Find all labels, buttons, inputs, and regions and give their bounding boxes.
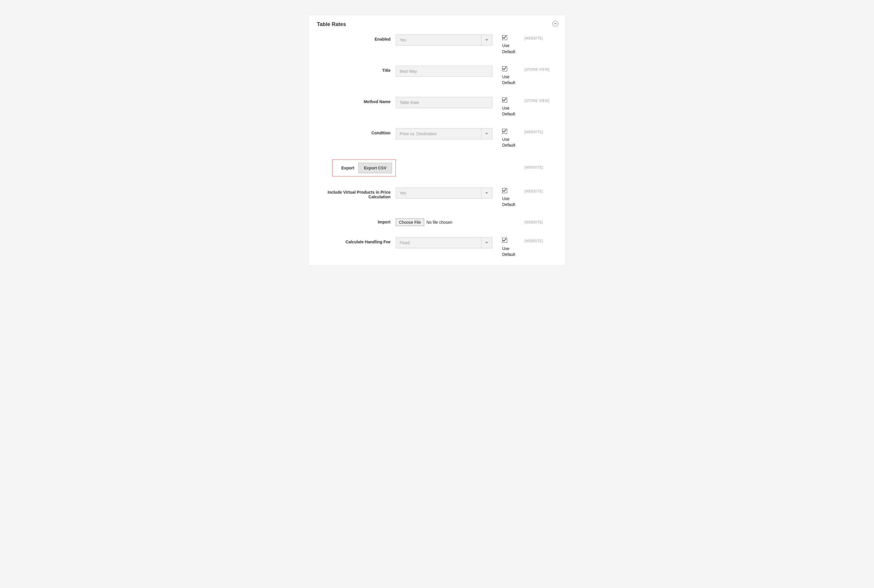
handling-fee-use-default-checkbox[interactable]	[502, 238, 507, 243]
chevron-up-icon	[554, 22, 557, 25]
caret-down-icon	[481, 35, 492, 45]
row-method-name: Method Name Table Rate Use Default [STOR…	[317, 97, 557, 117]
label-enabled: Enabled	[317, 34, 396, 42]
include-virtual-use-default-checkbox[interactable]	[502, 188, 507, 193]
use-default-label: Use Default	[502, 43, 519, 55]
label-include-virtual: Include Virtual Products in Price Calcul…	[317, 188, 396, 199]
use-default-label: Use Default	[502, 74, 519, 86]
row-condition: Condition Price vs. Destination Use Defa…	[317, 128, 557, 148]
svg-marker-0	[485, 39, 488, 41]
label-method-name: Method Name	[317, 97, 396, 104]
method-name-scope: [STORE VIEW]	[519, 97, 557, 103]
collapse-button[interactable]	[552, 21, 558, 27]
caret-down-icon	[481, 129, 492, 139]
row-title: Title Best Way Use Default [STORE VIEW]	[317, 66, 557, 86]
enabled-select-value: Yes	[400, 38, 489, 42]
label-title: Title	[317, 66, 396, 73]
label-condition: Condition	[317, 128, 396, 135]
row-import: Import Choose File No file chosen [WEBSI…	[317, 219, 557, 226]
import-choose-file-button[interactable]: Choose File	[396, 219, 424, 226]
method-name-input[interactable]: Table Rate	[396, 97, 492, 108]
condition-select-value: Price vs. Destination	[400, 132, 489, 136]
handling-fee-select[interactable]: Fixed	[396, 237, 492, 248]
include-virtual-select-value: Yes	[400, 191, 489, 195]
export-highlight-box: Export Export CSV	[332, 159, 396, 176]
handling-fee-scope: [WEBSITE]	[519, 237, 557, 243]
use-default-label: Use Default	[502, 136, 519, 148]
svg-marker-1	[485, 133, 488, 135]
row-export: Export Export CSV [WEBSITE]	[317, 159, 557, 176]
condition-use-default-checkbox[interactable]	[502, 129, 507, 134]
method-name-use-default-checkbox[interactable]	[502, 98, 507, 102]
title-input[interactable]: Best Way	[396, 66, 492, 77]
enabled-scope: [WEBSITE]	[519, 34, 557, 40]
condition-select[interactable]: Price vs. Destination	[396, 128, 492, 140]
use-default-label: Use Default	[502, 246, 519, 258]
label-export: Export	[341, 166, 358, 170]
enabled-use-default-checkbox[interactable]	[502, 35, 507, 40]
title-input-value: Best Way	[400, 69, 417, 74]
label-handling-fee: Calculate Handling Fee	[317, 237, 396, 244]
condition-scope: [WEBSITE]	[519, 128, 557, 134]
row-enabled: Enabled Yes Use Default [WEBSITE]	[317, 34, 557, 55]
import-scope: [WEBSITE]	[519, 219, 557, 224]
table-rates-panel: Table Rates Enabled Yes Use Default [WEB…	[308, 15, 566, 266]
caret-down-icon	[481, 237, 492, 248]
include-virtual-scope: [WEBSITE]	[519, 188, 557, 194]
row-handling-fee: Calculate Handling Fee Fixed Use Default…	[317, 237, 557, 257]
import-file-status: No file chosen	[426, 220, 453, 225]
svg-marker-2	[485, 192, 488, 194]
label-import: Import	[317, 219, 396, 224]
method-name-input-value: Table Rate	[400, 100, 419, 105]
handling-fee-select-value: Fixed	[400, 240, 489, 245]
include-virtual-select[interactable]: Yes	[396, 188, 492, 199]
caret-down-icon	[481, 188, 492, 198]
use-default-label: Use Default	[502, 105, 519, 117]
title-use-default-checkbox[interactable]	[502, 66, 507, 71]
row-include-virtual: Include Virtual Products in Price Calcul…	[317, 188, 557, 208]
export-csv-button[interactable]: Export CSV	[358, 163, 392, 173]
use-default-label: Use Default	[502, 196, 519, 208]
title-scope: [STORE VIEW]	[519, 66, 557, 72]
svg-marker-3	[485, 242, 488, 244]
export-scope: [WEBSITE]	[519, 159, 557, 170]
panel-title: Table Rates	[317, 21, 557, 27]
enabled-select[interactable]: Yes	[396, 34, 492, 46]
